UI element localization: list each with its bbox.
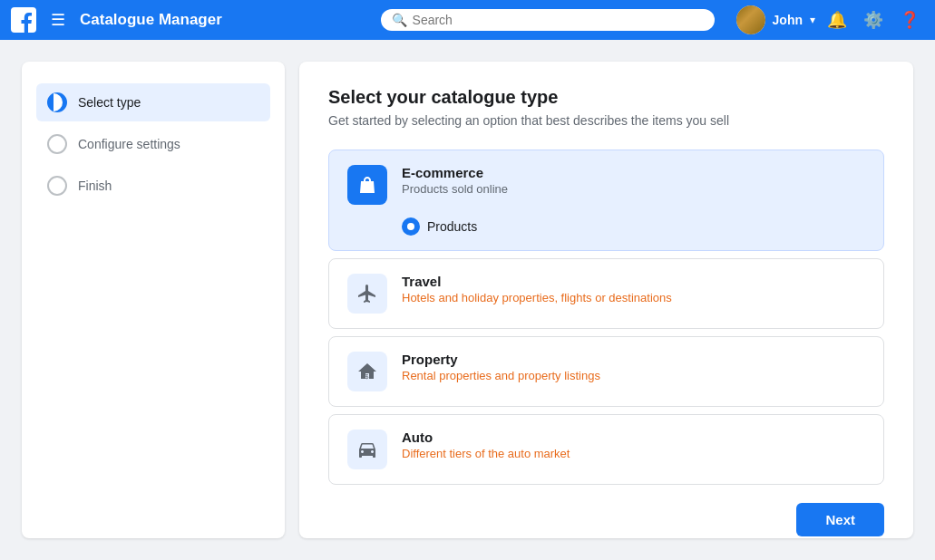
ecommerce-header: E-commerce Products sold online bbox=[347, 165, 865, 205]
help-icon[interactable]: ❓ bbox=[895, 5, 924, 34]
step-3-label: Finish bbox=[78, 179, 112, 193]
auto-icon bbox=[347, 430, 387, 469]
radio-dot-products bbox=[402, 217, 420, 236]
ecommerce-icon bbox=[347, 165, 387, 205]
travel-header: Travel Hotels and holiday properties, fl… bbox=[347, 274, 865, 314]
ecommerce-info: E-commerce Products sold online bbox=[402, 165, 865, 196]
user-name: John bbox=[773, 13, 803, 27]
ecommerce-name: E-commerce bbox=[402, 165, 865, 180]
catalogue-type-options: E-commerce Products sold online Products bbox=[328, 150, 884, 485]
panel-footer: Next bbox=[328, 503, 884, 536]
panel-subtitle: Get started by selecting an option that … bbox=[328, 113, 884, 128]
property-icon: $ bbox=[347, 352, 387, 391]
travel-name: Travel bbox=[402, 274, 865, 289]
auto-desc: Different tiers of the auto market bbox=[402, 447, 865, 460]
products-radio[interactable]: Products bbox=[347, 217, 865, 236]
type-option-auto[interactable]: Auto Different tiers of the auto market bbox=[328, 414, 884, 485]
type-option-property[interactable]: $ Property Rental properties and propert… bbox=[328, 336, 884, 407]
panel-title: Select your catalogue type bbox=[328, 87, 884, 108]
property-header: $ Property Rental properties and propert… bbox=[347, 352, 865, 391]
chevron-down-icon[interactable]: ▾ bbox=[810, 14, 815, 26]
products-radio-label: Products bbox=[427, 219, 477, 234]
type-option-ecommerce[interactable]: E-commerce Products sold online Products bbox=[328, 150, 884, 251]
step-1-label: Select type bbox=[78, 95, 141, 110]
step-finish[interactable]: Finish bbox=[36, 167, 270, 205]
search-bar[interactable]: 🔍 bbox=[381, 9, 715, 31]
notifications-icon[interactable]: 🔔 bbox=[823, 5, 852, 34]
type-option-travel[interactable]: Travel Hotels and holiday properties, fl… bbox=[328, 258, 884, 329]
step-3-indicator bbox=[47, 176, 67, 196]
step-select-type[interactable]: Select type bbox=[36, 83, 270, 121]
right-panel: Select your catalogue type Get started b… bbox=[299, 62, 913, 538]
left-panel: Select type Configure settings Finish bbox=[22, 62, 285, 538]
property-info: Property Rental properties and property … bbox=[402, 352, 865, 382]
auto-info: Auto Different tiers of the auto market bbox=[402, 430, 865, 460]
step-configure-settings[interactable]: Configure settings bbox=[36, 125, 270, 163]
svg-text:$: $ bbox=[365, 372, 369, 381]
search-input[interactable] bbox=[413, 13, 704, 27]
facebook-logo-icon bbox=[11, 7, 36, 33]
property-name: Property bbox=[402, 352, 865, 367]
travel-info: Travel Hotels and holiday properties, fl… bbox=[402, 274, 865, 304]
settings-icon[interactable]: ⚙️ bbox=[859, 5, 888, 34]
hamburger-menu-icon[interactable]: ☰ bbox=[47, 6, 69, 34]
auto-header: Auto Different tiers of the auto market bbox=[347, 430, 865, 469]
step-2-label: Configure settings bbox=[78, 137, 180, 151]
travel-icon bbox=[347, 274, 387, 314]
search-icon: 🔍 bbox=[392, 13, 407, 27]
auto-name: Auto bbox=[402, 430, 865, 445]
ecommerce-desc: Products sold online bbox=[402, 182, 865, 196]
radio-inner bbox=[407, 223, 414, 230]
avatar bbox=[736, 5, 765, 34]
navbar-right: John ▾ 🔔 ⚙️ ❓ bbox=[736, 5, 924, 34]
property-desc: Rental properties and property listings bbox=[402, 369, 865, 382]
next-button[interactable]: Next bbox=[796, 503, 884, 536]
step-2-indicator bbox=[47, 134, 67, 154]
navbar: ☰ Catalogue Manager 🔍 John ▾ 🔔 ⚙️ ❓ bbox=[0, 0, 935, 40]
travel-desc: Hotels and holiday properties, flights o… bbox=[402, 291, 865, 304]
app-title: Catalogue Manager bbox=[80, 11, 222, 29]
page-content: Select type Configure settings Finish Se… bbox=[0, 40, 935, 560]
step-1-indicator bbox=[47, 92, 67, 112]
